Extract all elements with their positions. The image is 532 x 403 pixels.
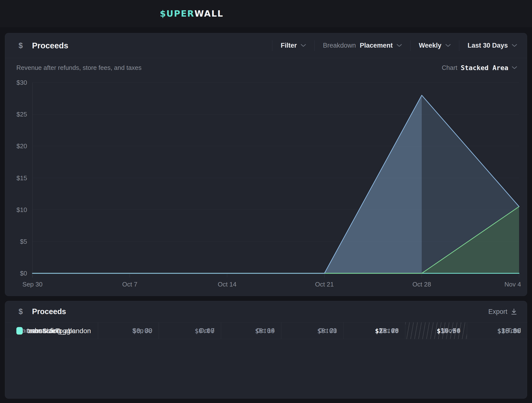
value-text: $0.00 xyxy=(379,327,399,335)
value-text: $0.00 xyxy=(501,327,521,335)
x-axis-label: Oct 14 xyxy=(218,281,236,288)
export-label: Export xyxy=(488,308,507,316)
y-axis-label: $10 xyxy=(17,206,27,213)
table-card-header: $ Proceeds Export xyxy=(5,301,527,322)
value-text: $0.00 xyxy=(317,327,337,335)
export-button[interactable]: Export xyxy=(488,308,517,316)
dollar-icon: $ xyxy=(19,307,23,316)
value-text: $0.00 xyxy=(441,327,460,335)
value-cell-total: $0.00 xyxy=(467,322,527,339)
y-axis-label: $5 xyxy=(20,238,27,245)
value-cell-nov-4: $0.00 xyxy=(405,322,467,339)
table-row[interactable]: onboarding$0.00$0.00$0.00$0.00$0.00$0.00… xyxy=(5,322,527,339)
value-text: $0.00 xyxy=(255,327,275,335)
value-text: $0.00 xyxy=(133,327,152,335)
x-axis-label: Oct 28 xyxy=(412,281,431,288)
x-axis-label: Nov 4 xyxy=(504,281,521,288)
y-axis-label: $30 xyxy=(17,79,27,86)
x-axis-label: Oct 7 xyxy=(122,281,137,288)
value-cell-oct-21: $0.00 xyxy=(281,322,343,339)
y-axis-label: $20 xyxy=(17,142,27,150)
placement-cell: onboarding xyxy=(5,322,98,339)
download-icon xyxy=(511,308,517,315)
value-cell-sep-30: $0.00 xyxy=(98,322,159,339)
dashboard-page: $UPERWALL $ Proceeds Filter Breakdown Pl… xyxy=(0,0,532,403)
placement-name: onboarding xyxy=(27,327,61,335)
value-cell-oct-28: $0.00 xyxy=(343,322,405,339)
proceeds-table-card: $ Proceeds Export PlacementSep 30Oct 7Oc… xyxy=(5,301,527,399)
y-axis-label: $25 xyxy=(17,111,27,118)
table-card-title: Proceeds xyxy=(32,307,66,316)
value-text: $0.00 xyxy=(195,327,215,335)
area-teamSizeToggle xyxy=(32,95,422,273)
x-axis-label: Oct 21 xyxy=(315,281,334,288)
y-axis-label: $0 xyxy=(20,270,27,277)
value-cell-oct-7: $0.00 xyxy=(159,322,221,339)
series-color-swatch xyxy=(16,327,23,334)
x-axis-label: Sep 30 xyxy=(22,281,42,288)
y-axis-label: $15 xyxy=(17,174,27,182)
value-cell-oct-14: $0.00 xyxy=(221,322,281,339)
